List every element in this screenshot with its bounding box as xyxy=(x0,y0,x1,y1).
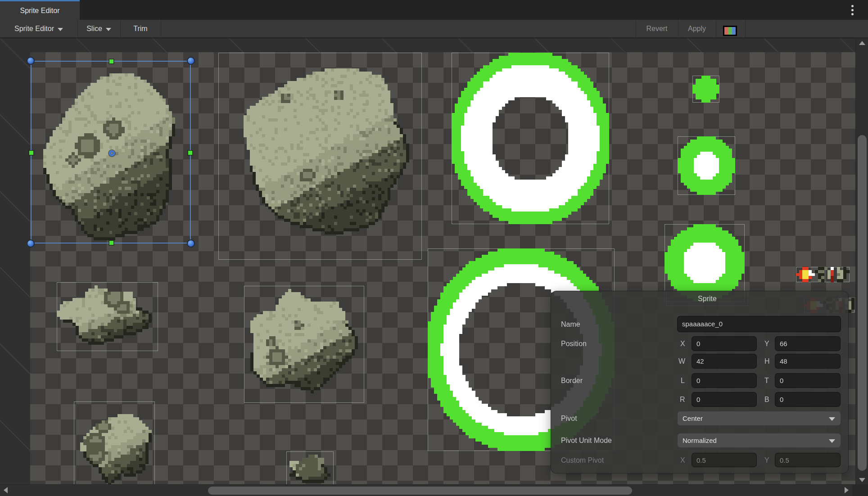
pivot-dropdown[interactable]: Center xyxy=(677,411,841,426)
scrollbar-corner xyxy=(852,484,868,496)
sprite-pivot-handle[interactable] xyxy=(109,150,115,156)
pivot-unit-mode-label: Pivot Unit Mode xyxy=(561,433,612,448)
pivot-value: Center xyxy=(683,415,703,422)
sprite-editor-mode-dropdown[interactable]: Sprite Editor xyxy=(0,20,77,38)
ship-sprite[interactable] xyxy=(796,267,850,282)
vertical-scrollbar-thumb[interactable] xyxy=(858,135,867,471)
y-label: Y xyxy=(764,336,769,351)
asteroid-medium-left[interactable] xyxy=(57,282,158,351)
chevron-down-icon xyxy=(58,28,63,31)
selection-edge-handle[interactable] xyxy=(109,59,114,64)
selection-corner-handle[interactable] xyxy=(187,239,195,248)
border-b-field[interactable]: 0 xyxy=(775,392,841,407)
tab-bar: Sprite Editor xyxy=(0,0,868,20)
selection-edge-handle[interactable] xyxy=(109,240,114,245)
dropdown-arrow-icon xyxy=(829,417,835,421)
x-label: X xyxy=(680,336,685,351)
selection-edge-handle[interactable] xyxy=(188,150,193,155)
asteroid-small-bottomleft[interactable] xyxy=(74,401,155,486)
w-label: W xyxy=(678,354,685,369)
panel-title: Sprite xyxy=(666,292,748,306)
asteroid-tiny-bottom[interactable] xyxy=(286,451,334,486)
custom-pivot-y-label: Y xyxy=(764,453,769,468)
border-r-field[interactable]: 0 xyxy=(692,392,757,407)
name-label: Name xyxy=(561,317,580,332)
selection-corner-handle[interactable] xyxy=(187,57,195,65)
ring-medium[interactable] xyxy=(665,224,745,302)
window-menu-icon[interactable] xyxy=(849,4,856,18)
width-field[interactable]: 42 xyxy=(692,354,757,369)
slice-dropdown[interactable]: Slice xyxy=(77,20,120,38)
sprite-inspector-panel: Sprite Name spaaaaace_0 Position X 0 Y 6… xyxy=(551,291,849,473)
b-label: B xyxy=(764,392,769,407)
toolbar-divider xyxy=(161,20,161,38)
sprite-canvas[interactable]: Sprite Name spaaaaace_0 Position X 0 Y 6… xyxy=(0,38,868,496)
selection-edge-handle[interactable] xyxy=(29,150,34,155)
revert-label: Revert xyxy=(646,25,667,33)
tab-sprite-editor[interactable]: Sprite Editor xyxy=(0,0,80,20)
border-l-field[interactable]: 0 xyxy=(692,373,757,388)
toolbar: Sprite Editor Slice Trim Revert Apply xyxy=(0,20,868,38)
pivot-label: Pivot xyxy=(561,411,577,426)
position-y-field[interactable]: 66 xyxy=(775,336,841,351)
scroll-down-icon[interactable] xyxy=(859,478,865,482)
vertical-scrollbar[interactable] xyxy=(855,38,868,485)
position-label: Position xyxy=(561,336,587,351)
pivot-unit-mode-dropdown[interactable]: Normalized xyxy=(677,433,841,448)
tab-title: Sprite Editor xyxy=(20,7,59,15)
toolbar-divider xyxy=(716,20,716,38)
h-label: H xyxy=(764,354,770,369)
custom-pivot-y-field[interactable]: 0.5 xyxy=(775,453,841,467)
scroll-left-icon[interactable] xyxy=(4,487,8,493)
rgb-channels-icon[interactable] xyxy=(723,26,737,36)
t-label: T xyxy=(764,373,769,388)
dot-small[interactable] xyxy=(692,76,719,103)
position-x-field[interactable]: 0 xyxy=(692,336,757,351)
apply-label: Apply xyxy=(688,25,706,33)
horizontal-scrollbar[interactable] xyxy=(0,484,852,496)
ring-small[interactable] xyxy=(678,136,735,195)
slice-label: Slice xyxy=(86,25,102,33)
r-label: R xyxy=(680,392,685,407)
scroll-right-icon[interactable] xyxy=(845,487,849,493)
sprite-editor-window: Sprite Editor Sprite Editor Slice Trim R… xyxy=(0,0,868,496)
custom-pivot-x-field[interactable]: 0.5 xyxy=(692,453,757,467)
selection-corner-handle[interactable] xyxy=(27,57,35,65)
sprite-editor-mode-label: Sprite Editor xyxy=(14,25,54,33)
asteroid-medium-center[interactable] xyxy=(244,286,364,403)
toolbar-divider xyxy=(745,20,746,38)
name-field[interactable]: spaaaaace_0 xyxy=(677,316,841,332)
custom-pivot-x-label: X xyxy=(680,453,685,468)
scroll-up-icon[interactable] xyxy=(859,41,865,45)
chevron-down-icon xyxy=(106,28,111,31)
selection-corner-handle[interactable] xyxy=(27,239,35,248)
dropdown-arrow-icon xyxy=(829,439,835,443)
custom-pivot-label: Custom Pivot xyxy=(561,453,604,468)
height-field[interactable]: 48 xyxy=(775,354,841,369)
asteroid-large[interactable] xyxy=(218,53,422,260)
border-label: Border xyxy=(561,373,583,388)
revert-button[interactable]: Revert xyxy=(636,20,678,38)
border-t-field[interactable]: 0 xyxy=(775,373,841,388)
l-label: L xyxy=(681,373,685,388)
trim-label: Trim xyxy=(133,25,147,33)
trim-button[interactable]: Trim xyxy=(120,20,161,38)
apply-button[interactable]: Apply xyxy=(678,20,716,38)
horizontal-scrollbar-thumb[interactable] xyxy=(208,487,632,495)
pivot-unit-mode-value: Normalized xyxy=(683,437,717,444)
ring-large-top[interactable] xyxy=(452,53,609,224)
